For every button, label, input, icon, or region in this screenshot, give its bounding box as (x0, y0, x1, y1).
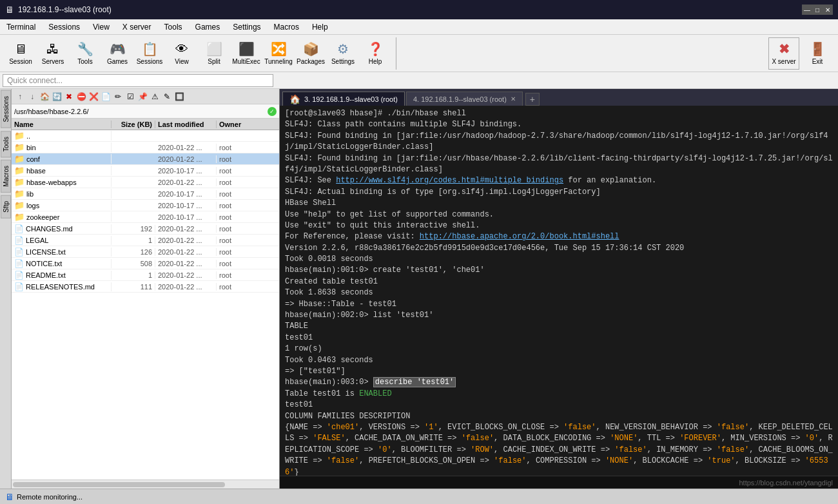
term-line: Use "help" to get list of supported comm… (285, 209, 833, 220)
table-row[interactable]: 📄 CHANGES.md 192 2020-01-22 ... root (12, 223, 279, 235)
file-btn-refresh[interactable]: 🔄 (51, 91, 63, 102)
toolbar-exit[interactable]: 🚪 Exit (802, 37, 833, 70)
status-link: https://blog.csdn.net/ytangdigl (739, 479, 833, 487)
menu-bar: Terminal Sessions View X server Tools Ga… (0, 19, 838, 35)
term-line: HBase Shell (285, 198, 833, 209)
term-line: SLF4J: Found binding in [jar:file:/usr/h… (285, 131, 833, 153)
folder-icon: 📁 (14, 142, 24, 152)
sidebar-label-sftp[interactable]: Sftp (1, 195, 11, 218)
menu-view[interactable]: View (86, 21, 116, 33)
title-bar-title: 192.168.1.9--slave03 (root) (18, 5, 112, 14)
file-icon: 📄 (14, 247, 24, 257)
toolbar-help[interactable]: ❓ Help (360, 37, 391, 70)
quick-connect-input[interactable]: Quick connect... (3, 74, 273, 87)
menu-tools[interactable]: Tools (158, 21, 189, 33)
file-panel-scrollbar[interactable] (12, 480, 279, 489)
term-line: TABLE (285, 321, 833, 332)
maximize-button[interactable]: □ (812, 5, 823, 15)
folder-icon: 📁 (14, 200, 24, 210)
toolbar-settings[interactable]: ⚙ Settings (327, 37, 358, 70)
term-line: => ["test01"] (285, 366, 833, 377)
table-row[interactable]: 📄 LICENSE.txt 126 2020-01-22 ... root (12, 246, 279, 258)
table-row[interactable]: 📁 zookeeper 2020-10-17 ... root (12, 211, 279, 223)
table-row[interactable]: 📁 hbase-webapps 2020-01-22 ... root (12, 177, 279, 188)
toolbar-sessions[interactable]: 📋 Sessions (134, 37, 165, 70)
toolbar-multiexec[interactable]: ⬛ MultiExec (231, 37, 262, 70)
term-line: SLF4J: See http://www.slf4j.org/codes.ht… (285, 175, 833, 186)
toolbar-games[interactable]: 🎮 Games (102, 37, 133, 70)
menu-xserver[interactable]: X server (116, 21, 158, 33)
table-row[interactable]: 📄 NOTICE.txt 508 2020-01-22 ... root (12, 258, 279, 269)
col-header-size[interactable]: Size (KB) (112, 121, 155, 128)
menu-settings[interactable]: Settings (226, 21, 267, 33)
term-line: SLF4J: Found binding in [jar:file:/usr/h… (285, 153, 833, 176)
toolbar-session[interactable]: 🖥 Session (5, 37, 36, 70)
toolbar-tunneling[interactable]: 🔀 Tunneling (263, 37, 294, 70)
table-row[interactable]: 📁 conf 2020-01-22 ... root (12, 153, 279, 165)
folder-icon: 📁 (14, 177, 24, 187)
toolbar-view[interactable]: 👁 View (166, 37, 197, 70)
table-row[interactable]: 📁 bin 2020-01-22 ... root (12, 142, 279, 153)
sidebar-label-tools[interactable]: Tools (1, 131, 11, 157)
tab-close-btn[interactable]: ✕ (511, 95, 516, 102)
term-line: Took 0.0463 seconds (285, 355, 833, 366)
term-line: Created table test01 (285, 276, 833, 287)
file-btn-stop[interactable]: ✖ (63, 91, 75, 102)
sidebar-label-sessions[interactable]: Sessions (1, 90, 11, 128)
close-button[interactable]: ✕ (823, 5, 833, 15)
toolbar-tools[interactable]: 🔧 Tools (70, 37, 101, 70)
term-line: SLF4J: Class path contains multiple SLF4… (285, 119, 833, 130)
table-row[interactable]: 📄 LEGAL 1 2020-01-22 ... root (12, 235, 279, 246)
file-btn-up[interactable]: ↑ (14, 91, 26, 102)
table-row[interactable]: 📄 README.txt 1 2020-01-22 ... root (12, 269, 279, 281)
menu-terminal[interactable]: Terminal (0, 21, 42, 33)
menu-help[interactable]: Help (306, 21, 335, 33)
toolbar-split[interactable]: ⬜ Split (199, 37, 229, 70)
file-btn-delete[interactable]: ❌ (88, 91, 99, 102)
tab-1[interactable]: 🏠 3. 192.168.1.9--slave03 (root) (282, 92, 405, 106)
term-line: test01 (285, 400, 833, 411)
menu-sessions[interactable]: Sessions (42, 21, 86, 33)
file-btn-mark[interactable]: 📌 (137, 91, 148, 102)
toolbar-servers[interactable]: 🖧 Servers (37, 37, 68, 70)
folder-icon: 📁 (14, 154, 24, 164)
file-btn-write[interactable]: ✎ (161, 91, 173, 102)
term-line: COLUMN FAMILIES DESCRIPTION (285, 411, 833, 422)
col-header-name[interactable]: Name (12, 121, 112, 128)
col-header-date[interactable]: Last modified (155, 121, 217, 128)
term-line: hbase(main):003:0> describe 'test01' (285, 377, 833, 388)
table-row[interactable]: 📁 lib 2020-10-17 ... root (12, 188, 279, 200)
minimize-button[interactable]: — (802, 5, 812, 15)
file-btn-no[interactable]: ⛔ (75, 91, 87, 102)
term-line: For Reference, please visit: http://hbas… (285, 231, 833, 242)
term-line: hbase(main):002:0> list 'test01' (285, 310, 833, 321)
term-line: Took 0.0018 seconds (285, 254, 833, 265)
menu-macros[interactable]: Macros (268, 21, 306, 33)
term-line: Took 1.8638 seconds (285, 287, 833, 298)
toolbar-packages[interactable]: 📦 Packages (295, 37, 326, 70)
term-line: SLF4J: Actual binding is of type [org.sl… (285, 187, 833, 198)
file-btn-new[interactable]: 📄 (100, 91, 112, 102)
file-btn-home[interactable]: 🏠 (39, 91, 50, 102)
file-btn-check[interactable]: ☑ (124, 91, 136, 102)
table-row[interactable]: 📄 RELEASENOTES.md 111 2020-01-22 ... roo… (12, 281, 279, 293)
terminal-output[interactable]: [root@slave03 hbase]# ./bin/hbase shell … (280, 106, 838, 476)
term-line: Use "exit" to quit this interactive shel… (285, 220, 833, 231)
toolbar-xserver[interactable]: ✖ X server (768, 37, 799, 70)
folder-icon: 📁 (14, 189, 24, 199)
file-btn-square[interactable]: 🔲 (173, 91, 185, 102)
sidebar-label-macros[interactable]: Macros (1, 160, 11, 193)
file-btn-warn[interactable]: ⚠ (149, 91, 161, 102)
table-row[interactable]: 📁 logs 2020-10-17 ... root (12, 200, 279, 211)
file-icon: 📄 (14, 282, 24, 291)
menu-games[interactable]: Games (189, 21, 227, 33)
col-header-owner[interactable]: Owner (217, 121, 279, 128)
table-row[interactable]: 📁 .. (12, 130, 279, 142)
file-btn-edit[interactable]: ✏ (112, 91, 124, 102)
new-tab-button[interactable]: + (525, 93, 540, 106)
tab-2[interactable]: 4. 192.168.1.9--slave03 (root) ✕ (406, 92, 523, 106)
bottom-bar: 🖥 Remote monitoring... (0, 489, 838, 504)
bottom-bar-icon: 🖥 (5, 492, 14, 502)
file-btn-down[interactable]: ↓ (26, 91, 38, 102)
table-row[interactable]: 📁 hbase 2020-10-17 ... root (12, 165, 279, 177)
